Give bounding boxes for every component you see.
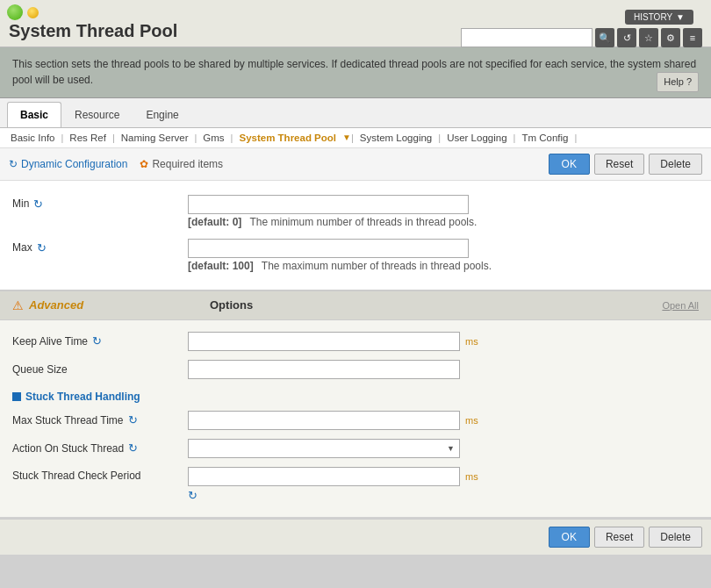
circle-yellow (27, 7, 39, 18)
max-row: Max ↻ 200 [default: 100] The maximum num… (12, 233, 699, 277)
stuck-square-icon (12, 392, 21, 401)
queue-size-input[interactable] (188, 360, 460, 379)
required-items-label: Required items (152, 158, 223, 170)
nav-tm-config[interactable]: Tm Config (515, 133, 574, 143)
queue-size-label: Queue Size (12, 363, 68, 376)
check-period-sync-icon[interactable]: ↻ (188, 489, 198, 502)
keep-alive-label: Keep Alive Time (12, 335, 88, 348)
dynamic-config-label: Dynamic Configuration (21, 158, 127, 170)
min-input[interactable] (188, 195, 469, 214)
min-label: Min (12, 197, 29, 210)
max-stuck-label: Max Stuck Thread Time (12, 414, 124, 427)
refresh-button[interactable]: ↺ (617, 28, 636, 47)
bookmark-button[interactable]: ☆ (639, 28, 658, 47)
tabs-row: Basic Resource Engine (0, 98, 711, 128)
check-period-input[interactable] (188, 467, 460, 486)
delete-button-top[interactable]: Delete (649, 154, 702, 175)
max-stuck-ms: ms (465, 415, 478, 426)
search-input[interactable] (461, 28, 592, 47)
nav-gms[interactable]: Gms (197, 133, 230, 143)
action-stuck-select-wrapper: Abort Warn (188, 439, 460, 458)
history-chevron-icon: ▼ (676, 12, 685, 22)
keep-alive-ms: ms (465, 336, 478, 347)
stuck-section-title: Stuck Thread Handling (12, 384, 699, 406)
check-period-label: Stuck Thread Check Period (12, 470, 141, 482)
action-stuck-label: Action On Stuck Thread (12, 442, 124, 455)
required-icon: ✿ (140, 158, 148, 170)
advanced-section: ⚠ Advanced Options Open All Keep Alive T… (0, 290, 711, 517)
nav-system-thread-pool[interactable]: System Thread Pool (233, 133, 342, 143)
tab-basic[interactable]: Basic (7, 102, 61, 127)
stuck-section-label: Stuck Thread Handling (25, 391, 140, 403)
ok-button-top[interactable]: OK (549, 154, 590, 175)
open-all-button[interactable]: Open All (662, 300, 699, 311)
max-stuck-input[interactable] (188, 411, 460, 430)
dynamic-config[interactable]: ↻ Dynamic Configuration (9, 158, 127, 170)
max-stuck-row: Max Stuck Thread Time ↻ ms (12, 406, 699, 434)
action-bar: ↻ Dynamic Configuration ✿ Required items… (0, 148, 711, 181)
history-button[interactable]: HISTORY ▼ (625, 10, 693, 25)
nav-res-ref[interactable]: Res Ref (63, 133, 112, 143)
keep-alive-row: Keep Alive Time ↻ ms (12, 327, 699, 355)
search-button[interactable]: 🔍 (595, 28, 614, 47)
system-thread-pool-dropdown-icon[interactable]: ▼ (342, 133, 351, 142)
reset-button-bottom[interactable]: Reset (594, 527, 644, 548)
circle-green (7, 4, 23, 20)
max-input[interactable]: 200 (188, 239, 469, 258)
queue-size-row: Queue Size (12, 355, 699, 384)
dynamic-config-icon: ↻ (9, 158, 18, 170)
keep-alive-sync-icon[interactable]: ↻ (92, 334, 102, 348)
keep-alive-input[interactable] (188, 332, 460, 351)
history-label: HISTORY (634, 12, 672, 22)
nav-user-logging[interactable]: User Logging (441, 133, 513, 143)
max-sync-icon[interactable]: ↻ (37, 241, 47, 255)
action-stuck-sync-icon[interactable]: ↻ (128, 441, 138, 455)
nav-basic-info[interactable]: Basic Info (9, 133, 61, 143)
advanced-body: Keep Alive Time ↻ ms Queue Size (0, 320, 711, 517)
main-content: Min ↻ [default: 0] The minimum number of… (0, 181, 711, 517)
max-label: Max (12, 241, 32, 254)
nav-naming-server[interactable]: Naming Server (115, 133, 195, 143)
ok-button-bottom[interactable]: OK (549, 527, 590, 548)
min-row: Min ↻ [default: 0] The minimum number of… (12, 190, 699, 233)
more-button[interactable]: ≡ (683, 28, 702, 47)
options-label: Options (210, 298, 253, 312)
basic-form-section: Min ↻ [default: 0] The minimum number of… (0, 181, 711, 290)
tab-resource[interactable]: Resource (61, 102, 133, 127)
reset-button-top[interactable]: Reset (594, 154, 644, 175)
min-sync-icon[interactable]: ↻ (33, 197, 43, 211)
bottom-bar: OK Reset Delete (0, 519, 711, 555)
check-period-row: Stuck Thread Check Period ms ↻ (12, 463, 699, 506)
min-note: [default: 0] The minimum number of threa… (188, 216, 699, 228)
nav-system-logging[interactable]: System Logging (354, 133, 438, 143)
max-note: [default: 100] The maximum number of thr… (188, 260, 699, 272)
settings-button[interactable]: ⚙ (661, 28, 680, 47)
action-stuck-row: Action On Stuck Thread ↻ Abort Warn (12, 434, 699, 463)
advanced-warning-icon: ⚠ (12, 298, 24, 312)
info-bar: This section sets the thread pools to be… (0, 47, 711, 98)
advanced-header: ⚠ Advanced Options Open All (0, 291, 711, 320)
advanced-label: Advanced (29, 298, 205, 312)
delete-button-bottom[interactable]: Delete (649, 527, 702, 548)
check-period-ms: ms (465, 471, 478, 482)
nav-links: Basic Info | Res Ref | Naming Server | G… (0, 128, 711, 148)
info-text: This section sets the thread pools to be… (12, 58, 696, 86)
required-items: ✿ Required items (140, 158, 223, 170)
help-button[interactable]: Help ? (657, 72, 699, 92)
tab-engine[interactable]: Engine (133, 102, 191, 127)
max-stuck-sync-icon[interactable]: ↻ (128, 413, 138, 427)
action-stuck-select[interactable]: Abort Warn (188, 439, 460, 458)
